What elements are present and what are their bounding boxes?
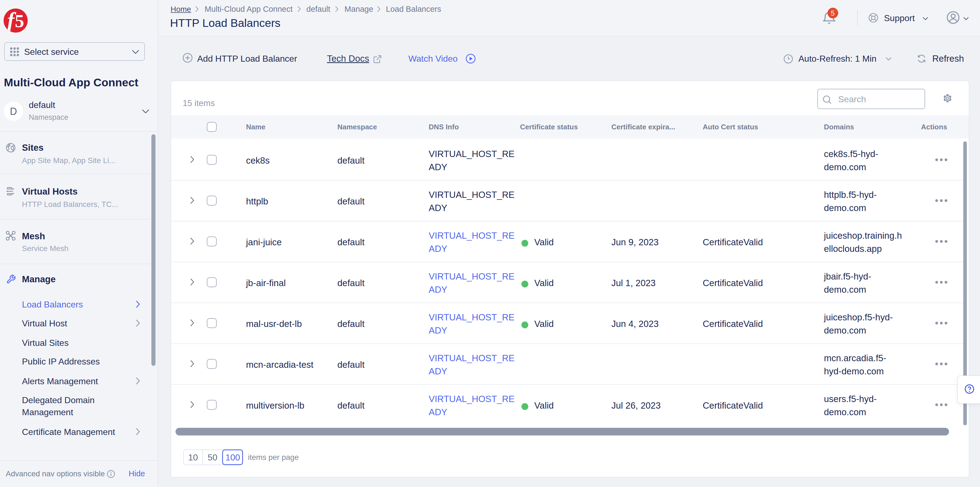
svg-text:5: 5 bbox=[15, 10, 24, 31]
